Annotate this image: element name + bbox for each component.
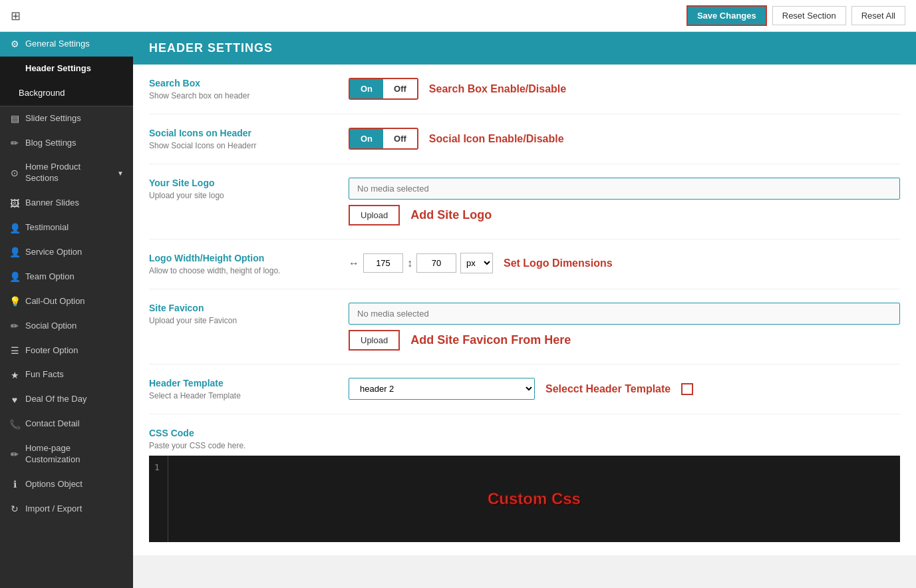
slider-icon: ▤ (9, 113, 20, 124)
reset-all-button[interactable]: Reset All (851, 6, 905, 25)
site-favicon-title: Site Favicon (149, 303, 335, 313)
css-code-annotation: Custom Css (488, 490, 581, 508)
social-icons-off-button[interactable]: Off (383, 129, 417, 148)
sidebar-item-label: General Settings (25, 39, 124, 50)
setting-row-header-template: Header Template Select a Header Template… (149, 365, 900, 414)
search-box-off-button[interactable]: Off (383, 79, 417, 98)
sidebar-item-label: Service Option (25, 247, 124, 258)
site-favicon-desc: Upload your site Favicon (149, 316, 335, 325)
reset-section-button[interactable]: Reset Section (772, 6, 846, 25)
sidebar-item-contact-detail[interactable]: 📞 Contact Detail (0, 412, 133, 436)
setting-row-site-favicon: Site Favicon Upload your site Favicon Up… (149, 289, 900, 365)
sidebar-item-deal-of-the-day[interactable]: ♥ Deal Of the Day (0, 387, 133, 412)
logo-unit-select[interactable]: px em % (461, 253, 492, 273)
sidebar-item-label: Home Product Sections (25, 162, 112, 184)
setting-row-search-box: Search Box Show Search box on header On … (149, 65, 900, 114)
line-number-1: 1 (154, 462, 160, 472)
site-favicon-media-field: Upload Add Site Favicon From Here (349, 303, 900, 351)
width-icon: ↔ (349, 257, 359, 269)
sidebar-item-import-export[interactable]: ↻ Import / Export (0, 497, 133, 521)
sidebar-item-label: Slider Settings (25, 113, 124, 124)
sidebar-item-service-option[interactable]: 👤 Service Option (0, 240, 133, 265)
site-logo-input[interactable] (349, 178, 900, 200)
sidebar-item-label: Call-Out Option (25, 296, 124, 307)
logo-width-input[interactable] (363, 253, 403, 273)
sidebar-item-label: Import / Export (25, 504, 124, 515)
line-numbers: 1 (149, 456, 168, 542)
social-icons-title: Social Icons on Header (149, 128, 335, 138)
main-content: HEADER SETTINGS Search Box Show Search b… (133, 32, 916, 588)
site-favicon-input[interactable] (349, 303, 900, 325)
section-title: HEADER SETTINGS (149, 41, 273, 55)
search-box-label-col: Search Box Show Search box on header (149, 78, 335, 100)
sidebar-item-label: Deal Of the Day (25, 394, 124, 405)
social-icons-toggle[interactable]: On Off (349, 128, 418, 150)
social-icons-on-button[interactable]: On (350, 129, 383, 148)
logo-dimensions-title: Logo Width/Height Option (149, 253, 335, 263)
footer-icon: ☰ (9, 345, 20, 356)
sidebar-item-label: Team Option (25, 271, 124, 283)
site-logo-title: Your Site Logo (149, 178, 335, 188)
header-template-control: header 1 header 2 header 3 Selecct Heade… (349, 378, 900, 400)
header-template-desc: Select a Header Template (149, 391, 335, 400)
site-favicon-control: Upload Add Site Favicon From Here (349, 303, 900, 351)
sidebar-item-footer-option[interactable]: ☰ Footer Option (0, 339, 133, 363)
search-box-on-button[interactable]: On (350, 79, 383, 98)
social-icons-desc: Show Social Icons on Headerr (149, 141, 335, 150)
code-editor: 1 Custom Css (149, 456, 900, 542)
setting-row-social-icons: Social Icons on Header Show Social Icons… (149, 114, 900, 164)
search-box-annotation: Search Box Enable/Disable (429, 83, 566, 95)
site-logo-upload-button[interactable]: Upload (349, 205, 400, 225)
home-product-icon: ⊙ (9, 168, 20, 178)
social-icons-annotation: Social Icon Enable/Disable (429, 133, 564, 145)
site-logo-annotation: Add Site Logo (410, 208, 492, 222)
sidebar-item-banner-slides[interactable]: 🖼 Banner Slides (0, 191, 133, 216)
sidebar-item-social-option[interactable]: ✏ Social Option (0, 314, 133, 339)
sidebar-item-call-out-option[interactable]: 💡 Call-Out Option (0, 289, 133, 314)
sidebar-item-general-settings[interactable]: ⚙ General Settings (0, 32, 133, 57)
logo-height-input[interactable] (416, 253, 456, 273)
social-icon: ✏ (9, 321, 20, 331)
height-icon: ↕ (407, 257, 412, 269)
site-favicon-upload-button[interactable]: Upload (349, 330, 400, 351)
header-template-title: Header Template (149, 378, 335, 388)
sidebar: ⚙ General Settings Header Settings Backg… (0, 32, 133, 588)
logo-dimensions-desc: Allow to choose width, height of logo. (149, 266, 335, 275)
template-select-wrap: header 1 header 2 header 3 (349, 378, 535, 400)
section-header: HEADER SETTINGS (133, 32, 916, 65)
gear-icon: ⚙ (9, 39, 20, 49)
sidebar-item-homepage-customization[interactable]: ✏ Home-page Customization (0, 436, 133, 472)
service-icon: 👤 (9, 247, 20, 257)
sidebar-item-blog-settings[interactable]: ✏ Blog Settings (0, 131, 133, 156)
sidebar-item-label: Contact Detail (25, 418, 124, 430)
sidebar-item-label: Blog Settings (25, 138, 124, 149)
save-changes-button[interactable]: Save Changes (687, 5, 767, 26)
sidebar-item-slider-settings[interactable]: ▤ Slider Settings (0, 106, 133, 131)
search-box-toggle[interactable]: On Off (349, 78, 418, 100)
sidebar-item-home-product-sections[interactable]: ⊙ Home Product Sections ▼ (0, 155, 133, 191)
logo-dimensions-group: ↔ ↕ px em % (349, 253, 493, 273)
team-icon: 👤 (9, 271, 20, 282)
sidebar-item-label: Header Settings (25, 63, 124, 74)
sidebar-item-team-option[interactable]: 👤 Team Option (0, 265, 133, 289)
logo-unit-select-wrap: px em % (460, 253, 493, 273)
sidebar-item-fun-facts[interactable]: ★ Fun Facts (0, 363, 133, 387)
search-box-desc: Show Search box on header (149, 91, 335, 100)
header-template-select[interactable]: header 1 header 2 header 3 (349, 378, 535, 400)
sidebar-item-background[interactable]: Background (0, 81, 133, 106)
setting-row-site-logo: Your Site Logo Upload your site logo Upl… (149, 164, 900, 239)
sidebar-item-options-object[interactable]: ℹ Options Object (0, 472, 133, 497)
site-logo-desc: Upload your site logo (149, 191, 335, 200)
sidebar-item-label: Banner Slides (25, 198, 124, 209)
logo-dimensions-control: ↔ ↕ px em % Set Logo Dimensions (349, 253, 900, 273)
logo-dimensions-label-col: Logo Width/Height Option Allow to choose… (149, 253, 335, 275)
sidebar-item-header-settings[interactable]: Header Settings (0, 57, 133, 81)
css-editor-wrapper: 1 Custom Css (149, 456, 900, 542)
sidebar-item-label: Fun Facts (25, 369, 124, 380)
sidebar-item-testimonial[interactable]: 👤 Testimonial (0, 216, 133, 240)
site-logo-media-field: Upload Add Site Logo (349, 178, 900, 225)
contact-icon: 📞 (9, 419, 20, 430)
customization-icon: ✏ (9, 449, 20, 460)
site-favicon-label-col: Site Favicon Upload your site Favicon (149, 303, 335, 325)
grid-icon[interactable]: ⊞ (11, 9, 21, 23)
